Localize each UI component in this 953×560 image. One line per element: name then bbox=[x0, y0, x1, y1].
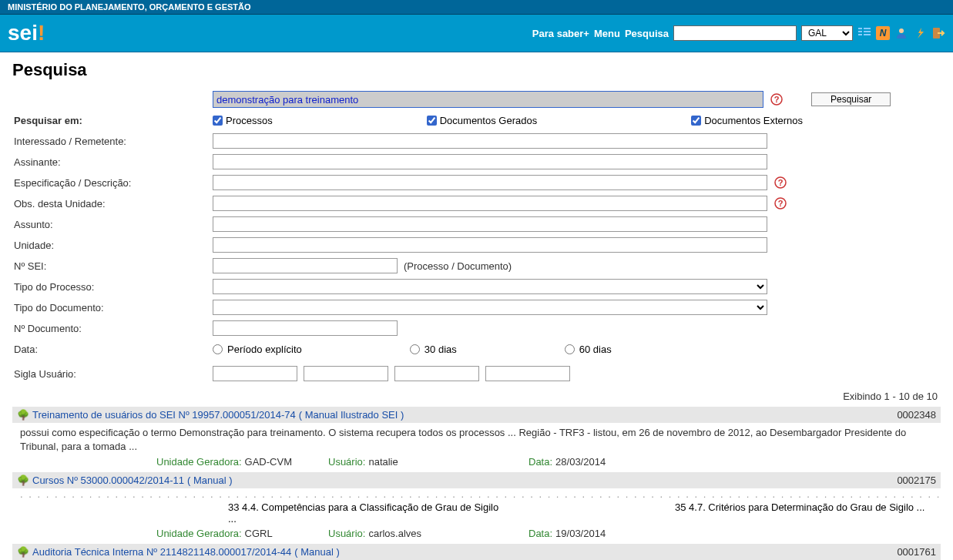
result-snippet: 35 4.7. Critérios para Determinação do G… bbox=[505, 501, 933, 525]
svg-point-6 bbox=[899, 29, 904, 33]
label-unidade: Unidade: bbox=[12, 240, 213, 251]
sigla-input-2[interactable] bbox=[304, 366, 388, 381]
main-search-input[interactable] bbox=[213, 91, 763, 108]
header-pesquisa-label[interactable]: Pesquisa bbox=[625, 28, 669, 39]
svg-rect-0 bbox=[858, 28, 862, 29]
label-nsei: Nº SEI: bbox=[12, 260, 213, 272]
result-doc-link[interactable]: ( Manual ) bbox=[187, 474, 233, 486]
radio-30-dias[interactable]: 30 dias bbox=[410, 344, 457, 355]
tipo-documento-select[interactable] bbox=[213, 300, 767, 315]
exit-icon[interactable] bbox=[931, 26, 945, 40]
pesquisar-button[interactable]: Pesquisar bbox=[811, 92, 891, 106]
novidades-icon[interactable]: N bbox=[876, 26, 890, 40]
svg-text:?: ? bbox=[778, 178, 784, 187]
label-sigla: Sigla Usuário: bbox=[12, 368, 213, 380]
result-title-link[interactable]: Cursos Nº 53000.000042/2014-11 bbox=[32, 474, 184, 486]
tipo-processo-select[interactable] bbox=[213, 279, 767, 294]
sigla-input-3[interactable] bbox=[394, 366, 479, 381]
help-icon[interactable]: ? bbox=[770, 92, 784, 106]
chk-docs-gerados[interactable]: Documentos Gerados bbox=[427, 115, 537, 126]
svg-rect-4 bbox=[864, 31, 871, 32]
result-number: 0001761 bbox=[897, 546, 936, 558]
result-block: 🌳 Auditoria Técnica Interna Nº 211482114… bbox=[12, 544, 941, 560]
result-doc-link[interactable]: ( Manual ) bbox=[294, 546, 340, 558]
nsei-input[interactable] bbox=[213, 258, 398, 273]
label-interessado: Interessado / Remetente: bbox=[12, 136, 213, 147]
results-summary: Exibindo 1 - 10 de 10 bbox=[12, 386, 941, 405]
result-title-link[interactable]: Auditoria Técnica Interna Nº 2114821148.… bbox=[32, 546, 291, 558]
unit-select[interactable]: GAL bbox=[801, 25, 853, 41]
label-tipo-processo: Tipo do Processo: bbox=[12, 281, 213, 293]
svg-rect-5 bbox=[864, 34, 871, 35]
label-ndoc: Nº Documento: bbox=[12, 323, 213, 334]
chk-processos[interactable]: Processos bbox=[213, 115, 273, 126]
chk-docs-externos[interactable]: Documentos Externos bbox=[691, 115, 803, 126]
radio-periodo-explicito[interactable]: Período explícito bbox=[213, 344, 302, 355]
help-icon[interactable]: ? bbox=[773, 176, 787, 189]
sigla-input-1[interactable] bbox=[213, 366, 297, 381]
ndoc-input[interactable] bbox=[213, 320, 398, 336]
result-number: 0002175 bbox=[897, 474, 936, 486]
result-doc-link[interactable]: ( Manual Ilustrado SEI ) bbox=[299, 409, 404, 421]
svg-text:?: ? bbox=[778, 199, 784, 208]
obs-input[interactable] bbox=[213, 196, 767, 211]
result-dots: . . . . . . . . . . . . . . . . . . . . … bbox=[12, 488, 941, 500]
assinante-input[interactable] bbox=[213, 154, 767, 169]
unidade-input[interactable] bbox=[213, 237, 767, 253]
label-assunto: Assunto: bbox=[12, 219, 213, 230]
result-snippet: possui como especificação o termo Demons… bbox=[12, 423, 941, 454]
radio-60-dias[interactable]: 60 dias bbox=[565, 344, 612, 355]
config-icon[interactable] bbox=[913, 26, 927, 40]
tree-icon[interactable]: 🌳 bbox=[17, 474, 29, 486]
label-especificacao: Especificação / Descrição: bbox=[12, 177, 213, 189]
menu-link[interactable]: Menu bbox=[594, 28, 620, 39]
ministry-bar: MINISTÉRIO DO PLANEJAMENTO, ORÇAMENTO E … bbox=[0, 0, 953, 15]
result-title-link[interactable]: Treinamento de usuários do SEI Nº 19957.… bbox=[32, 409, 296, 421]
para-saber-link[interactable]: Para saber+ bbox=[532, 28, 589, 39]
control-processes-icon[interactable] bbox=[857, 26, 871, 40]
help-icon[interactable]: ? bbox=[773, 196, 787, 210]
label-assinante: Assinante: bbox=[12, 156, 213, 168]
tree-icon[interactable]: 🌳 bbox=[17, 546, 29, 558]
svg-rect-1 bbox=[858, 31, 862, 32]
svg-rect-2 bbox=[858, 34, 862, 35]
interessado-input[interactable] bbox=[213, 133, 767, 149]
label-pesquisar-em: Pesquisar em: bbox=[12, 115, 213, 126]
header-search-input[interactable] bbox=[673, 25, 797, 41]
label-tipo-documento: Tipo do Documento: bbox=[12, 302, 213, 314]
nsei-note: (Processo / Documento) bbox=[404, 260, 512, 272]
svg-rect-3 bbox=[864, 28, 871, 29]
especificacao-input[interactable] bbox=[213, 175, 767, 190]
label-data: Data: bbox=[12, 344, 213, 355]
result-number: 0002348 bbox=[897, 409, 936, 421]
result-block: 🌳 Cursos Nº 53000.000042/2014-11 ( Manua… bbox=[12, 472, 941, 542]
header: sei! Para saber+ Menu Pesquisa GAL N bbox=[0, 15, 953, 52]
sei-logo: sei! bbox=[8, 21, 45, 45]
result-snippet: 33 4.4. Competências para a Classificaçã… bbox=[20, 501, 505, 525]
sigla-input-4[interactable] bbox=[485, 366, 570, 381]
tree-icon[interactable]: 🌳 bbox=[17, 409, 29, 421]
assunto-input[interactable] bbox=[213, 216, 767, 232]
result-block: 🌳 Treinamento de usuários do SEI Nº 1995… bbox=[12, 407, 941, 471]
svg-text:?: ? bbox=[774, 95, 780, 104]
user-icon[interactable] bbox=[894, 26, 908, 40]
page-title: Pesquisa bbox=[12, 60, 941, 80]
label-obs: Obs. desta Unidade: bbox=[12, 198, 213, 210]
